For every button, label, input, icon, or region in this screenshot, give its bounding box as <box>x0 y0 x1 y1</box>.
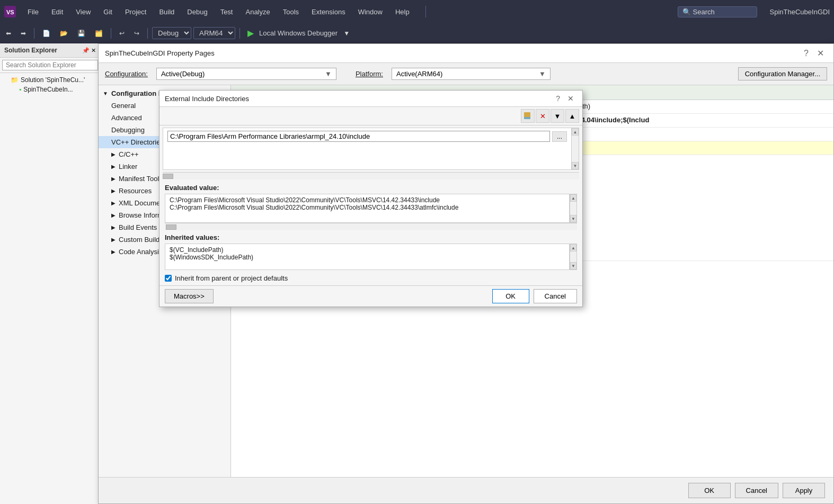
popup-delete-btn[interactable]: ✕ <box>536 109 549 123</box>
project-icon: ▪ <box>19 86 21 93</box>
popup-cancel-btn[interactable]: Cancel <box>534 289 577 303</box>
save-all-btn[interactable]: 🗂️ <box>91 28 107 39</box>
config-manager-btn[interactable]: Configuration Manager... <box>738 67 827 80</box>
platform-arrow-icon: ▼ <box>539 70 546 78</box>
search-icon: 🔍 <box>682 8 691 16</box>
search-label: Search <box>693 8 715 16</box>
config-arrow-icon: ▼ <box>325 70 332 78</box>
eval-line-1: C:\Program Files\Microsoft Visual Studio… <box>170 196 565 204</box>
expand-manifest-icon: ▶ <box>111 176 116 182</box>
config-dropdown[interactable]: Debug <box>152 27 191 39</box>
popup-titlebar: External Include Directories ? ✕ <box>159 91 582 107</box>
expand-code-analysis-icon: ▶ <box>111 249 116 255</box>
scroll-down-btn[interactable]: ▼ <box>572 162 579 169</box>
folder-icon: 📁 <box>11 76 19 84</box>
menu-test[interactable]: Test <box>217 7 236 17</box>
popup-eval-content: C:\Program Files\Microsoft Visual Studio… <box>165 194 570 223</box>
dialog-ok-btn[interactable]: OK <box>688 483 731 498</box>
menu-edit[interactable]: Edit <box>48 7 66 17</box>
popup-list-vscroll[interactable]: ▲ ▼ <box>571 128 579 169</box>
eval-hscroll[interactable] <box>165 223 577 230</box>
dialog-apply-btn[interactable]: Apply <box>783 483 825 498</box>
config-combo[interactable]: Active(Debug) ▼ <box>156 68 336 80</box>
se-pin-btn[interactable]: 📌 <box>82 47 90 54</box>
toolbar-sep-4 <box>239 28 240 39</box>
run-arrow-btn[interactable]: ▼ <box>340 28 353 39</box>
menu-build[interactable]: Build <box>156 7 178 17</box>
tree-item-project[interactable]: ▪ SpinTheCubeIn... <box>0 85 100 94</box>
eval-scroll-down[interactable]: ▼ <box>570 215 576 222</box>
config-label: Configuration: <box>105 70 148 78</box>
prop-tree-build-events-label: Build Events <box>119 223 157 231</box>
menu-project[interactable]: Project <box>122 7 149 17</box>
popup-list-item: ... <box>165 129 569 143</box>
tree-item-solution[interactable]: 📁 Solution 'SpinTheCu...' <box>0 75 100 85</box>
expand-linker-icon: ▶ <box>111 164 116 169</box>
inherit-checkbox-label: Inherit from parent or project defaults <box>175 274 288 282</box>
menu-tools[interactable]: Tools <box>280 7 302 17</box>
undo-btn[interactable]: ↩ <box>116 28 128 39</box>
dialog-title: SpinTheCubeInGDI Property Pages <box>105 49 215 57</box>
solution-explorer-panel: Solution Explorer 📌 ✕ 📁 Solution 'SpinTh… <box>0 43 101 504</box>
dialog-close-btn[interactable]: ✕ <box>814 47 827 59</box>
macros-btn[interactable]: Macros>> <box>165 289 214 303</box>
solution-explorer-title: Solution Explorer <box>4 47 57 54</box>
inherit-checkbox[interactable] <box>165 275 172 282</box>
popup-add-btn[interactable] <box>521 109 535 123</box>
popup-close-btn[interactable]: ✕ <box>564 93 577 104</box>
run-button[interactable]: ▶ <box>244 27 257 39</box>
global-search[interactable]: 🔍 Search <box>678 6 757 17</box>
menu-help[interactable]: Help <box>392 7 413 17</box>
popup-down-btn[interactable]: ▼ <box>551 109 564 123</box>
inherited-vscroll[interactable]: ▲ ▼ <box>570 244 577 270</box>
scroll-up-btn[interactable]: ▲ <box>572 128 579 136</box>
popup-up-btn[interactable]: ▲ <box>565 109 579 123</box>
popup-browse-btn[interactable]: ... <box>552 131 567 142</box>
popup-list-inner: ... <box>163 128 571 169</box>
inherited-scroll-down[interactable]: ▼ <box>570 262 576 269</box>
menu-extensions[interactable]: Extensions <box>308 7 349 17</box>
dialog-cancel-btn[interactable]: Cancel <box>735 483 778 498</box>
eval-scroll-up[interactable]: ▲ <box>570 194 576 202</box>
menu-analyze[interactable]: Analyze <box>242 7 273 17</box>
expand-resources-icon: ▶ <box>111 188 116 194</box>
popup-list-area: ... ▲ ▼ <box>163 128 579 170</box>
menu-window[interactable]: Window <box>355 7 386 17</box>
solution-tree: 📁 Solution 'SpinTheCu...' ▪ SpinTheCubeI… <box>0 73 100 504</box>
prop-tree-vc-label: VC++ Directories <box>111 138 164 146</box>
save-btn[interactable]: 💾 <box>74 28 89 39</box>
nav-back-btn[interactable]: ⬅ <box>2 28 15 39</box>
menu-file[interactable]: File <box>24 7 42 17</box>
popup-ok-btn[interactable]: OK <box>492 289 529 303</box>
dialog-bottombar: OK Cancel Apply <box>99 477 833 503</box>
nav-fwd-btn[interactable]: ➡ <box>17 28 30 39</box>
redo-btn[interactable]: ↪ <box>130 28 143 39</box>
se-close-btn[interactable]: ✕ <box>91 47 96 54</box>
prop-tree-manifest-label: Manifest Tool <box>119 175 159 183</box>
new-file-btn[interactable]: 📄 <box>39 28 54 39</box>
popup-help-btn[interactable]: ? <box>553 93 563 104</box>
open-btn[interactable]: 📂 <box>56 28 72 39</box>
platform-value: Active(ARM64) <box>396 70 442 78</box>
popup-list-input[interactable] <box>167 131 550 142</box>
menu-git[interactable]: Git <box>100 7 116 17</box>
prop-tree-resources-label: Resources <box>119 187 152 195</box>
solution-explorer-search-input[interactable] <box>2 60 98 70</box>
popup-hscroll[interactable] <box>163 172 579 179</box>
menu-view[interactable]: View <box>73 7 94 17</box>
inherited-scroll-up[interactable]: ▲ <box>570 244 576 251</box>
popup-toolbar: ✕ ▼ ▲ <box>159 107 582 125</box>
toolbar-sep-3 <box>147 28 148 39</box>
solution-explorer-header: Solution Explorer 📌 ✕ <box>0 43 100 58</box>
popup-eval-title: Evaluated value: <box>165 184 577 192</box>
platform-combo[interactable]: Active(ARM64) ▼ <box>392 68 551 80</box>
eval-vscroll[interactable]: ▲ ▼ <box>570 194 577 223</box>
dialog-help-btn[interactable]: ? <box>801 48 812 59</box>
menu-debug[interactable]: Debug <box>184 7 210 17</box>
inherited-line-1: $(VC_IncludePath) <box>170 246 565 254</box>
expand-cpp-icon: ▶ <box>111 151 116 157</box>
platform-dropdown[interactable]: ARM64 <box>193 27 235 39</box>
popup-eval-section: Evaluated value: C:\Program Files\Micros… <box>159 182 582 231</box>
config-value: Active(Debug) <box>161 70 205 78</box>
prop-tree-general-label: General <box>111 102 136 110</box>
